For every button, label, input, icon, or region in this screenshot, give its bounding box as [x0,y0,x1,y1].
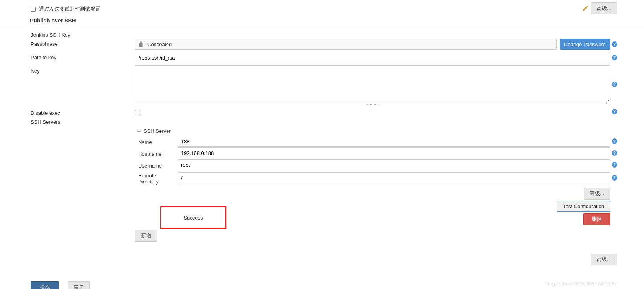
ssh-advanced-button[interactable]: 高级... [584,188,610,200]
advanced-top-button[interactable]: 高级... [591,2,617,14]
help-icon[interactable]: ? [612,41,617,47]
resize-handle[interactable] [135,104,610,106]
key-label: Key [31,65,135,74]
ssh-remotedir-label: Remote Directory [138,171,178,185]
lock-icon [138,41,144,47]
change-password-button[interactable]: Change Password [560,39,610,50]
test-email-label: 通过发送测试邮件测试配置 [39,6,100,13]
save-button[interactable]: 保存 [31,281,59,289]
ssh-name-label: Name [138,138,178,145]
success-message: Success [160,206,226,229]
path-to-key-input[interactable] [135,52,610,63]
ssh-server-header: SSH Server [144,128,171,134]
help-icon[interactable]: ? [612,82,617,87]
ssh-servers-label: SSH Servers [31,117,135,125]
ssh-hostname-label: Hostname [138,149,178,157]
disable-exec-checkbox[interactable] [135,110,140,115]
help-icon[interactable]: ? [612,175,617,181]
ssh-remotedir-input[interactable] [178,172,610,183]
passphrase-concealed-box: Concealed [135,39,557,50]
concealed-text: Concealed [147,41,172,47]
jenkins-ssh-key-label: Jenkins SSH Key [31,30,135,38]
path-to-key-label: Path to key [31,52,135,60]
passphrase-label: Passphrase [31,39,135,47]
ssh-hostname-input[interactable] [178,147,610,158]
delete-button[interactable]: 删除 [583,213,610,225]
help-icon[interactable]: ? [612,162,617,168]
bottom-advanced-button[interactable]: 高级... [591,254,617,265]
ssh-username-input[interactable] [178,159,610,170]
help-icon[interactable]: ? [612,150,617,156]
edit-icon [581,4,589,12]
ssh-name-input[interactable] [178,136,610,147]
section-title: Publish over SSH [0,15,644,26]
help-icon[interactable]: ? [612,55,617,60]
help-icon[interactable]: ? [612,109,617,114]
disable-exec-label: Disable exec [31,108,135,116]
add-new-button[interactable]: 新增 [135,230,157,242]
ssh-username-label: Username [138,161,178,169]
key-textarea[interactable] [135,65,610,103]
watermark: blog.csdn.net/CSDN877425287 [545,281,617,287]
test-configuration-button[interactable]: Test Configuration [557,201,610,212]
test-email-checkbox[interactable] [31,7,36,12]
help-icon[interactable]: ? [612,138,617,144]
drag-handle-icon[interactable] [137,129,141,133]
apply-button[interactable]: 应用 [68,281,90,289]
